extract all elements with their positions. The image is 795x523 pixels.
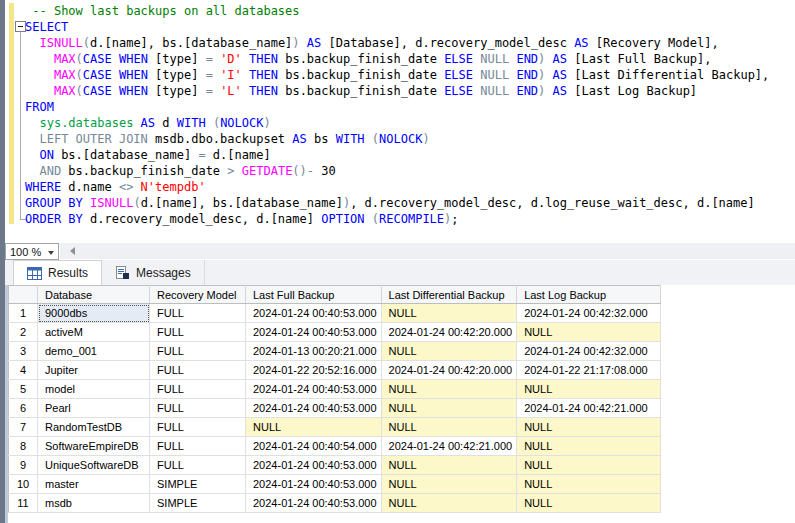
grid-cell[interactable]: FULL bbox=[150, 323, 246, 342]
row-number-cell[interactable]: 5 bbox=[9, 380, 38, 399]
code-line[interactable]: WHERE d.name <> N'tempdb' bbox=[25, 179, 795, 195]
outline-line bbox=[20, 32, 21, 220]
code-line[interactable]: sys.databases AS d WITH (NOLOCK) bbox=[25, 115, 795, 131]
code-token bbox=[25, 84, 54, 98]
grid-cell[interactable]: NULL bbox=[517, 456, 661, 475]
column-header[interactable]: Recovery Model bbox=[150, 286, 246, 304]
grid-cell[interactable]: NULL bbox=[517, 323, 661, 342]
grid-cell[interactable]: 2024-01-24 00:40:53.000 bbox=[246, 475, 382, 494]
grid-cell[interactable]: NULL bbox=[381, 380, 517, 399]
grid-cell[interactable]: NULL bbox=[517, 494, 661, 513]
code-line[interactable]: LEFT OUTER JOIN msdb.dbo.backupset AS bs… bbox=[25, 131, 795, 147]
grid-cell[interactable]: NULL bbox=[381, 456, 517, 475]
grid-cell[interactable]: NULL bbox=[381, 494, 517, 513]
row-number-cell[interactable]: 10 bbox=[9, 475, 38, 494]
grid-cell[interactable]: 9000dbs bbox=[38, 304, 150, 323]
scroll-left-arrow-icon[interactable] bbox=[66, 247, 75, 255]
grid-cell[interactable]: NULL bbox=[381, 399, 517, 418]
row-number-cell[interactable]: 4 bbox=[9, 361, 38, 380]
code-line[interactable]: SELECT bbox=[25, 19, 795, 35]
code-line[interactable]: ISNULL(d.[name], bs.[database_name]) AS … bbox=[25, 35, 795, 51]
grid-cell[interactable]: FULL bbox=[150, 399, 246, 418]
column-header[interactable]: Last Log Backup bbox=[517, 286, 661, 304]
zoom-dropdown[interactable]: 100 % bbox=[5, 243, 59, 260]
grid-cell[interactable]: NULL bbox=[381, 475, 517, 494]
code-line[interactable]: FROM bbox=[25, 99, 795, 115]
grid-cell[interactable]: FULL bbox=[150, 418, 246, 437]
code-line[interactable]: MAX(CASE WHEN [type] = 'I' THEN bs.backu… bbox=[25, 67, 795, 83]
code-line[interactable]: ON bs.[database_name] = d.[name] bbox=[25, 147, 795, 163]
grid-cell[interactable]: 2024-01-24 00:42:32.000 bbox=[517, 342, 661, 361]
corner-header[interactable] bbox=[9, 286, 38, 304]
editor-horizontal-scrollbar[interactable] bbox=[60, 243, 795, 259]
code-token: d.[name], bs.[database_name] bbox=[141, 196, 343, 210]
grid-cell[interactable]: 2024-01-13 00:20:21.000 bbox=[246, 342, 382, 361]
grid-cell[interactable]: activeM bbox=[38, 323, 150, 342]
grid-cell[interactable]: UniqueSoftwareDB bbox=[38, 456, 150, 475]
code-line[interactable]: AND bs.backup_finish_date > GETDATE()- 3… bbox=[25, 163, 795, 179]
grid-cell[interactable]: model bbox=[38, 380, 150, 399]
grid-cell[interactable]: FULL bbox=[150, 437, 246, 456]
column-header[interactable]: Database bbox=[38, 286, 150, 304]
grid-cell[interactable]: SIMPLE bbox=[150, 475, 246, 494]
grid-cell[interactable]: Jupiter bbox=[38, 361, 150, 380]
code-editor[interactable]: -- Show last backups on all databasesSEL… bbox=[25, 3, 795, 227]
grid-cell[interactable]: 2024-01-24 00:40:53.000 bbox=[246, 456, 382, 475]
code-token bbox=[25, 164, 39, 178]
grid-cell[interactable]: NULL bbox=[381, 418, 517, 437]
grid-cell[interactable]: 2024-01-24 00:42:32.000 bbox=[517, 304, 661, 323]
grid-cell[interactable]: FULL bbox=[150, 380, 246, 399]
row-number-cell[interactable]: 7 bbox=[9, 418, 38, 437]
code-line[interactable]: MAX(CASE WHEN [type] = 'D' THEN bs.backu… bbox=[25, 51, 795, 67]
row-number-cell[interactable]: 11 bbox=[9, 494, 38, 513]
column-header[interactable]: Last Differential Backup bbox=[381, 286, 517, 304]
row-number-cell[interactable]: 2 bbox=[9, 323, 38, 342]
grid-cell[interactable]: 2024-01-24 00:42:20.000 bbox=[381, 361, 517, 380]
code-line[interactable]: GROUP BY ISNULL(d.[name], bs.[database_n… bbox=[25, 195, 795, 211]
grid-cell[interactable]: NULL bbox=[517, 380, 661, 399]
grid-cell[interactable]: demo_001 bbox=[38, 342, 150, 361]
grid-cell[interactable]: 2024-01-24 00:42:21.000 bbox=[381, 437, 517, 456]
grid-cell[interactable]: FULL bbox=[150, 456, 246, 475]
grid-cell[interactable]: 2024-01-24 00:40:53.000 bbox=[246, 304, 382, 323]
row-number-cell[interactable]: 3 bbox=[9, 342, 38, 361]
grid-cell[interactable]: NULL bbox=[246, 418, 382, 437]
grid-cell[interactable]: 2024-01-22 20:52:16.000 bbox=[246, 361, 382, 380]
column-header[interactable]: Last Full Backup bbox=[246, 286, 382, 304]
grid-cell[interactable]: NULL bbox=[517, 475, 661, 494]
tab-messages[interactable]: Messages bbox=[102, 260, 205, 285]
grid-cell[interactable]: 2024-01-22 21:17:08.000 bbox=[517, 361, 661, 380]
code-token: [Recovery Model], bbox=[589, 36, 719, 50]
grid-cell[interactable]: NULL bbox=[381, 304, 517, 323]
tab-results[interactable]: Results bbox=[13, 260, 102, 285]
grid-cell[interactable]: NULL bbox=[517, 437, 661, 456]
grid-cell[interactable]: 2024-01-24 00:40:53.000 bbox=[246, 380, 382, 399]
grid-cell[interactable]: 2024-01-24 00:40:53.000 bbox=[246, 399, 382, 418]
row-number-cell[interactable]: 9 bbox=[9, 456, 38, 475]
grid-cell[interactable]: 2024-01-24 00:42:20.000 bbox=[381, 323, 517, 342]
code-line[interactable]: MAX(CASE WHEN [type] = 'L' THEN bs.backu… bbox=[25, 83, 795, 99]
row-number-cell[interactable]: 6 bbox=[9, 399, 38, 418]
grid-cell[interactable]: 2024-01-24 00:42:21.000 bbox=[517, 399, 661, 418]
grid-cell[interactable]: FULL bbox=[150, 342, 246, 361]
code-line[interactable]: ORDER BY d.recovery_model_desc, d.[name]… bbox=[25, 211, 795, 227]
code-token bbox=[242, 52, 249, 66]
grid-cell[interactable]: master bbox=[38, 475, 150, 494]
code-token: END bbox=[516, 84, 538, 98]
grid-cell[interactable]: 2024-01-24 00:40:53.000 bbox=[246, 323, 382, 342]
grid-cell[interactable]: Pearl bbox=[38, 399, 150, 418]
messages-icon bbox=[115, 266, 130, 280]
grid-cell[interactable]: 2024-01-24 00:40:53.000 bbox=[246, 494, 382, 513]
grid-cell[interactable]: 2024-01-24 00:40:54.000 bbox=[246, 437, 382, 456]
grid-cell[interactable]: FULL bbox=[150, 304, 246, 323]
grid-cell[interactable]: FULL bbox=[150, 361, 246, 380]
grid-cell[interactable]: SoftwareEmpireDB bbox=[38, 437, 150, 456]
grid-cell[interactable]: NULL bbox=[381, 342, 517, 361]
row-number-cell[interactable]: 8 bbox=[9, 437, 38, 456]
grid-cell[interactable]: msdb bbox=[38, 494, 150, 513]
grid-cell[interactable]: SIMPLE bbox=[150, 494, 246, 513]
code-line[interactable]: -- Show last backups on all databases bbox=[25, 3, 795, 19]
row-number-cell[interactable]: 1 bbox=[9, 304, 38, 323]
grid-cell[interactable]: NULL bbox=[517, 418, 661, 437]
grid-cell[interactable]: RandomTestDB bbox=[38, 418, 150, 437]
